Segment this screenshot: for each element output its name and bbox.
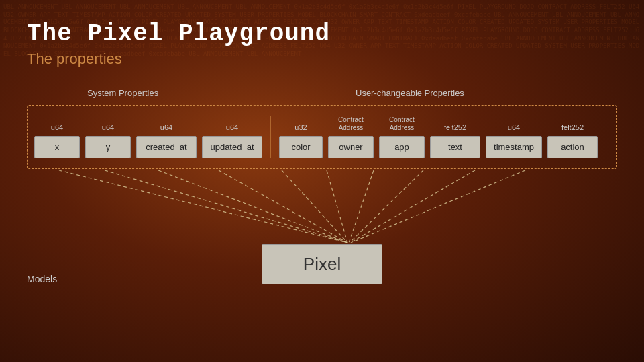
models-label: Models [27, 274, 57, 284]
system-properties-label: System Properties [87, 88, 158, 98]
properties-container: u64 x u64 y u64 created_at u64 updated_a… [27, 105, 617, 169]
diagram-wrapper: u64 x u64 y u64 created_at u64 updated_a… [27, 105, 617, 284]
prop-timestamp: u64 timestamp [486, 123, 542, 158]
prop-updated-at: u64 updated_at [202, 123, 262, 158]
svg-line-0 [59, 170, 347, 243]
properties-row: u64 x u64 y u64 created_at u64 updated_a… [34, 116, 610, 158]
svg-line-5 [327, 170, 347, 243]
svg-line-3 [219, 170, 347, 243]
svg-line-4 [282, 170, 347, 243]
svg-line-6 [349, 170, 374, 243]
pixel-model-box: Pixel [262, 244, 382, 284]
svg-line-8 [350, 170, 475, 243]
user-properties-label: User-changeable Properties [356, 88, 464, 98]
prop-owner: ContractAddress owner [328, 116, 374, 158]
prop-created-at: u64 created_at [136, 123, 197, 158]
svg-line-2 [158, 170, 347, 243]
prop-y: u64 y [85, 123, 131, 158]
diagram-area: System Properties User-changeable Proper… [27, 88, 617, 284]
svg-line-9 [351, 170, 525, 243]
prop-text: felt252 text [430, 123, 480, 158]
prop-color: u32 color [279, 123, 323, 158]
page-subtitle: The properties [27, 50, 617, 68]
prop-app: ContractAddress app [379, 116, 425, 158]
section-divider [270, 116, 271, 158]
prop-x: u64 x [34, 123, 80, 158]
svg-line-7 [350, 170, 423, 243]
main-content: The Pixel Playground The properties Syst… [0, 0, 644, 362]
page-title: The Pixel Playground [27, 20, 617, 48]
prop-action: felt252 action [547, 123, 598, 158]
svg-line-1 [105, 170, 347, 243]
